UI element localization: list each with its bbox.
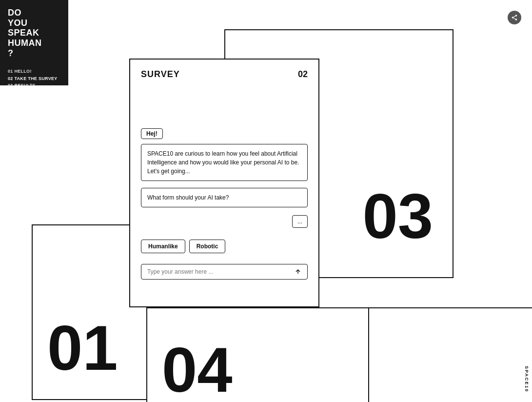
question-bubble: What form should your AI take? <box>141 188 308 207</box>
text-input-row <box>141 264 308 280</box>
answer-input[interactable] <box>147 268 291 275</box>
survey-number: 02 <box>298 69 308 80</box>
top-left-panel: DOYOUSPEAKHUMAN? 01 HELLO! 02 TAKE THE S… <box>0 0 68 85</box>
nav-item-survey[interactable]: 02 TAKE THE SURVEY <box>8 75 60 82</box>
description-bubble: SPACE10 are curious to learn how you fee… <box>141 144 308 181</box>
svg-line-4 <box>513 16 515 17</box>
nav-item-about[interactable]: 04 ABOUT THE PROJECT <box>8 89 60 103</box>
card-04-number: 04 <box>162 338 233 402</box>
svg-point-0 <box>515 15 517 17</box>
share-icon <box>511 14 518 21</box>
survey-header: SURVEY 02 <box>141 69 308 80</box>
card-04: 04 <box>146 307 385 402</box>
svg-point-1 <box>512 17 514 19</box>
typing-indicator: ... <box>292 215 308 228</box>
send-icon <box>295 268 301 275</box>
nav-menu: 01 HELLO! 02 TAKE THE SURVEY 03 RESULTS … <box>8 68 60 103</box>
card-03-number: 03 <box>362 184 433 248</box>
robotic-option[interactable]: Robotic <box>189 240 226 253</box>
options-row: Humanlike Robotic <box>141 240 308 253</box>
site-title: DOYOUSPEAKHUMAN? <box>8 8 60 58</box>
greeting-bubble: Hej! <box>141 128 163 139</box>
card-01-number: 01 <box>47 316 118 380</box>
svg-point-2 <box>515 19 517 20</box>
nav-item-hello[interactable]: 01 HELLO! <box>8 68 60 75</box>
typing-row: ... <box>141 215 308 228</box>
send-button[interactable] <box>295 268 301 275</box>
nav-item-results[interactable]: 03 RESULTS <box>8 82 60 89</box>
share-button[interactable] <box>508 11 521 24</box>
survey-title: SURVEY <box>141 69 180 80</box>
space10-label: SPACE10 <box>524 366 529 392</box>
chat-area: Hej! SPACE10 are curious to learn how yo… <box>141 128 308 280</box>
humanlike-option[interactable]: Humanlike <box>141 240 185 253</box>
svg-line-3 <box>513 18 515 19</box>
survey-card: SURVEY 02 Hej! SPACE10 are curious to le… <box>129 59 319 307</box>
card-br <box>368 307 532 402</box>
